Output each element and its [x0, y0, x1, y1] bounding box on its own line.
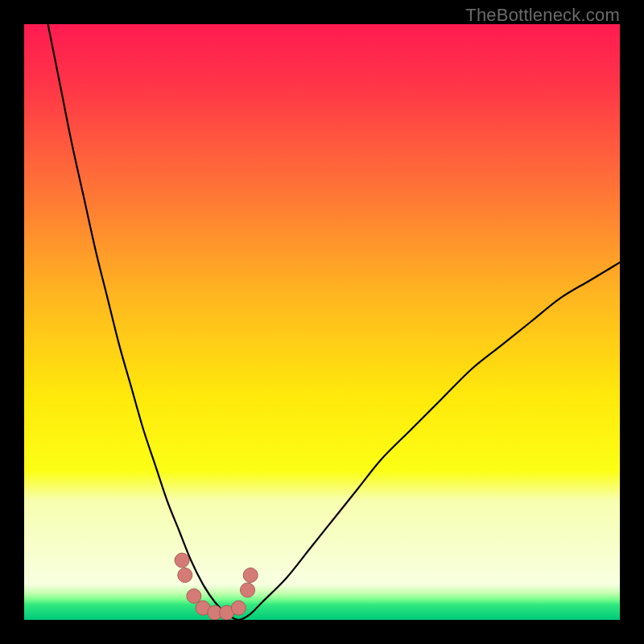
valley-marker	[175, 553, 189, 568]
plot-area	[24, 24, 620, 620]
valley-markers	[175, 553, 258, 620]
valley-marker	[241, 583, 255, 597]
valley-marker	[187, 588, 201, 603]
valley-marker	[178, 568, 192, 583]
valley-marker	[243, 568, 258, 583]
bottleneck-curve	[48, 24, 620, 620]
valley-marker	[231, 601, 246, 615]
chart-frame: TheBottleneck.com	[0, 0, 644, 644]
watermark-text: TheBottleneck.com	[465, 5, 620, 26]
curve-layer	[24, 24, 620, 620]
